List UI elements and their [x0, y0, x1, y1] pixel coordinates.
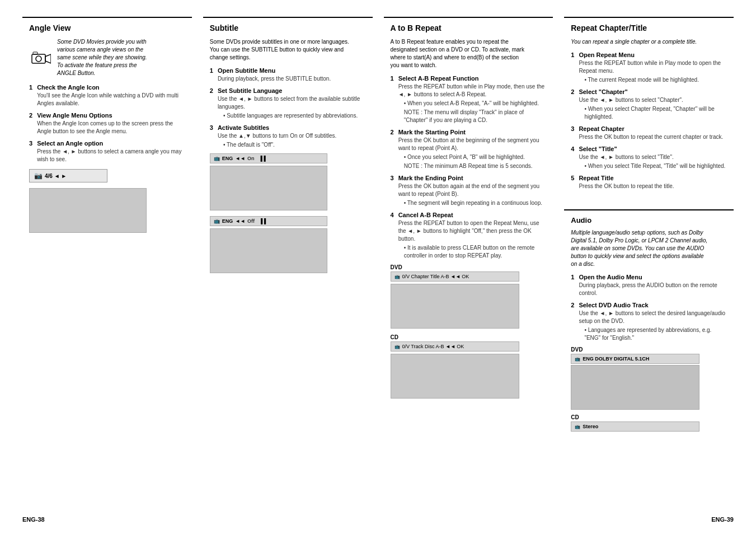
- ab-dvd-display: 📺 0/V Chapter Title A-B ◄◄ OK: [391, 271, 519, 282]
- ab-repeat-intro: A to B Repeat feature enables you to rep…: [391, 38, 547, 69]
- ab-cd-screen: [391, 354, 519, 399]
- svg-marker-2: [45, 54, 51, 63]
- audio-dvd-label: DVD: [571, 346, 727, 353]
- ab-step-2: 2 Mark the Starting Point Press the OK b…: [391, 129, 547, 170]
- rc-step-3: 3 Repeat Chapter Press the OK button to …: [571, 125, 727, 141]
- subtitle-step-1: 1 Open Subtitle Menu During playback, pr…: [210, 67, 366, 83]
- ab-step-3: 3 Mark the Ending Point Press the OK but…: [391, 175, 547, 207]
- subtitle-on-screen: [210, 166, 327, 210]
- audio-cd-display: 📺 Stereo: [571, 421, 699, 432]
- angle-step-1: 1 Check the Angle Icon You'll see the An…: [29, 84, 185, 107]
- subtitle-off-screen: [210, 228, 327, 273]
- repeat-chapter-title: Repeat Chapter/Title: [571, 24, 727, 32]
- ab-cd-label: CD: [391, 334, 547, 340]
- footer-left: ENG-38: [22, 516, 45, 523]
- ab-cd-display: 📺 0/V Track Disc A-B ◄◄ OK: [391, 341, 519, 352]
- subtitle-step-2: 2 Set Subtitle Language Use the ◄, ► but…: [210, 87, 366, 120]
- audio-cd-label: CD: [571, 414, 727, 420]
- subtitle-section: Subtitle Some DVDs provide subtitles in …: [203, 17, 373, 517]
- ab-repeat-section: A to B Repeat A to B Repeat feature enab…: [384, 17, 553, 517]
- angle-view-section: Angle View Some DVD Movies provide you w…: [22, 17, 192, 517]
- audio-section: Audio Multiple language/audio setup opti…: [564, 209, 734, 438]
- ab-step-1: 1 Select A-B Repeat Function Press the R…: [391, 75, 547, 124]
- audio-intro: Multiple language/audio setup options, s…: [571, 229, 727, 268]
- subtitle-step-3: 3 Activate Subtitles Use the ▲,▼ buttons…: [210, 124, 366, 149]
- repeat-chapter-section: Repeat Chapter/Title You can repeat a si…: [564, 17, 734, 200]
- rc-step-4: 4 Select "Title" Use the ◄, ► buttons to…: [571, 146, 727, 170]
- right-column: Repeat Chapter/Title You can repeat a si…: [564, 17, 734, 517]
- ab-dvd-label: DVD: [391, 264, 547, 270]
- ab-step-4: 4 Cancel A-B Repeat Press the REPEAT but…: [391, 212, 547, 260]
- rc-step-2: 2 Select "Chapter" Use the ◄, ► buttons …: [571, 88, 727, 121]
- rc-step-1: 1 Open Repeat Menu Press the REPEAT butt…: [571, 51, 727, 84]
- svg-point-1: [36, 56, 41, 62]
- subtitle-on-display: 📺 ENG ◄◄ On ▐ ▌: [210, 153, 327, 163]
- audio-dvd-display: 📺 ENG DOLBY DIGITAL 5.1CH: [571, 354, 699, 364]
- angle-screen: [29, 188, 147, 233]
- audio-title: Audio: [571, 216, 727, 224]
- ab-dvd-screen: [391, 284, 519, 329]
- ab-repeat-title: A to B Repeat: [391, 24, 547, 32]
- angle-view-title: Angle View: [29, 24, 185, 32]
- angle-intro-text: Some DVD Movies provide you with various…: [57, 38, 147, 77]
- camera-icon: [29, 49, 51, 66]
- angle-nav-display: 📷 4/6 ◄ ►: [29, 169, 107, 182]
- repeat-chapter-intro: You can repeat a single chapter or a com…: [571, 38, 727, 46]
- rc-step-5: 5 Repeat Title Press the OK button to re…: [571, 175, 727, 190]
- subtitle-off-display: 📺 ENG ◄◄ Off ▐ ▌: [210, 216, 327, 226]
- angle-step-3: 3 Select an Angle option Press the ◄, ► …: [29, 140, 185, 163]
- audio-step-2: 2 Select DVD Audio Track Use the ◄, ► bu…: [571, 302, 727, 342]
- subtitle-title: Subtitle: [210, 24, 366, 32]
- page-footer: ENG-38 ENG-39: [0, 516, 756, 523]
- angle-step-2: 2 View Angle Menu Options When the Angle…: [29, 112, 185, 135]
- angle-intro-box: Some DVD Movies provide you with various…: [29, 38, 185, 77]
- subtitle-intro: Some DVDs provide subtitles in one or mo…: [210, 38, 366, 62]
- audio-step-1: 1 Open the Audio Menu During playback, p…: [571, 274, 727, 297]
- footer-right: ENG-39: [711, 516, 734, 523]
- audio-dvd-screen: [571, 365, 699, 410]
